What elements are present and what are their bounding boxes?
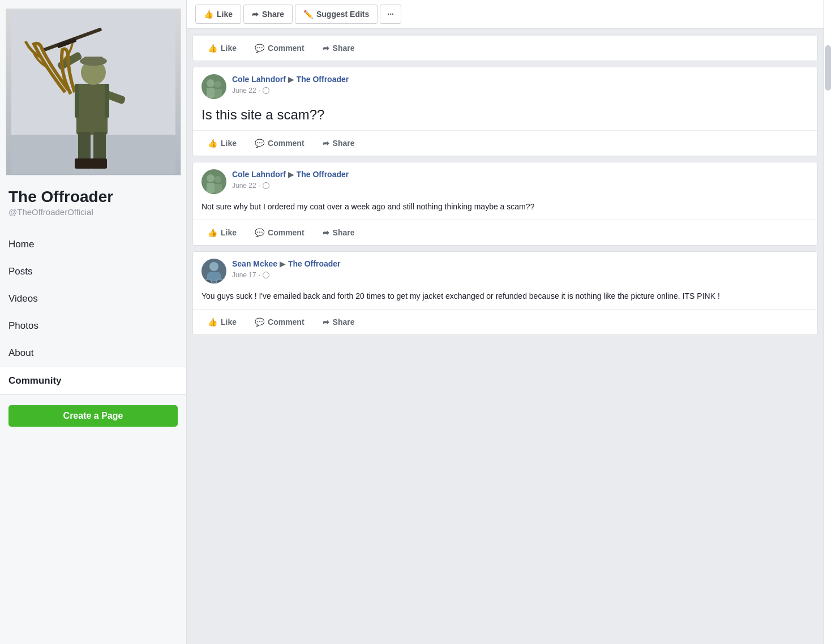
sidebar-nav: Home Posts Videos Photos About Community <box>0 231 186 395</box>
svg-rect-6 <box>84 57 103 63</box>
main-content: 👍 Like ➦ Share ✏️ Suggest Edits ··· 👍 Li… <box>187 0 824 644</box>
post-header-1: Cole Lahndorf ▶ The Offroader June 22 · <box>193 67 817 104</box>
comment-label: Comment <box>268 139 305 148</box>
share-label: Share <box>333 44 355 53</box>
sidebar-item-posts[interactable]: Posts <box>0 258 186 285</box>
share-label: Share <box>262 10 284 19</box>
comment-button-3[interactable]: 💬 Comment <box>246 313 314 331</box>
svg-rect-13 <box>75 158 92 169</box>
like-label: Like <box>221 228 237 237</box>
svg-point-30 <box>205 279 212 284</box>
comment-label: Comment <box>268 228 305 237</box>
scrollbar-area <box>824 0 832 644</box>
share-button-3[interactable]: ➦ Share <box>314 313 364 331</box>
post-header-3: Sean Mckee ▶ The Offroader June 17 · <box>193 252 817 288</box>
post-card-3: Sean Mckee ▶ The Offroader June 17 · You… <box>192 251 818 335</box>
scrollbar-thumb[interactable] <box>825 45 831 91</box>
like-label: Like <box>221 44 237 53</box>
svg-rect-15 <box>75 84 79 118</box>
svg-rect-12 <box>93 132 106 163</box>
action-bar: 👍 Like ➦ Share ✏️ Suggest Edits ··· <box>187 0 824 29</box>
arrow-icon-1: ▶ <box>288 75 297 84</box>
share-button[interactable]: ➦ Share <box>314 39 364 57</box>
svg-rect-26 <box>215 184 222 193</box>
thumbs-up-icon: 👍 <box>204 10 213 19</box>
comment-button[interactable]: 💬 Comment <box>246 39 314 57</box>
post-card-1: Cole Lahndorf ▶ The Offroader June 22 · … <box>192 67 818 156</box>
svg-point-20 <box>215 81 221 88</box>
page-name: The Offroader <box>0 181 122 207</box>
create-page-button[interactable]: Create a Page <box>8 405 178 427</box>
post-author-1[interactable]: Cole Lahndorf <box>232 75 286 84</box>
share-label: Share <box>333 317 355 327</box>
like-button-2[interactable]: 👍 Like <box>199 224 246 242</box>
page-handle: @TheOffroaderOfficial <box>0 207 102 228</box>
svg-point-31 <box>216 279 223 284</box>
post-page-2[interactable]: The Offroader <box>297 170 349 179</box>
svg-rect-24 <box>207 183 215 193</box>
share-button-2[interactable]: ➦ Share <box>314 224 364 242</box>
svg-rect-16 <box>105 84 109 118</box>
sidebar-item-home[interactable]: Home <box>0 231 186 258</box>
share-icon: ➦ <box>323 317 329 327</box>
sidebar-item-photos[interactable]: Photos <box>0 312 186 340</box>
page-cover-photo <box>6 8 181 175</box>
like-button-1[interactable]: 👍 Like <box>199 134 246 152</box>
post-body-2: Not sure why but I ordered my coat over … <box>193 199 817 220</box>
avatar-3 <box>201 259 226 284</box>
post-header-2: Cole Lahndorf ▶ The Offroader June 22 · <box>193 162 817 199</box>
like-icon: 👍 <box>208 228 217 237</box>
post-meta-3: Sean Mckee ▶ The Offroader June 17 · <box>232 259 341 279</box>
pencil-icon: ✏️ <box>303 10 313 19</box>
sidebar-item-community[interactable]: Community <box>0 367 186 395</box>
more-icon: ··· <box>387 10 394 19</box>
like-icon: 👍 <box>208 139 217 148</box>
suggest-edits-button[interactable]: ✏️ Suggest Edits <box>295 5 378 24</box>
post-meta-1: Cole Lahndorf ▶ The Offroader June 22 · <box>232 74 349 95</box>
post-body-1: Is this site a scam?? <box>193 104 817 130</box>
like-button[interactable]: 👍 Like <box>199 39 246 57</box>
svg-rect-3 <box>76 84 108 135</box>
comment-button-1[interactable]: 💬 Comment <box>246 134 314 152</box>
sidebar-item-videos[interactable]: Videos <box>0 285 186 312</box>
post-author-2[interactable]: Cole Lahndorf <box>232 170 286 179</box>
globe-icon-1 <box>263 87 269 94</box>
arrow-icon-3: ▶ <box>280 259 288 268</box>
post-action-only: 👍 Like 💬 Comment ➦ Share <box>192 35 818 61</box>
svg-point-25 <box>215 176 221 183</box>
post-author-line-2: Cole Lahndorf ▶ The Offroader <box>232 169 349 181</box>
like-icon: 👍 <box>208 44 217 53</box>
arrow-icon-2: ▶ <box>288 170 297 179</box>
like-page-button[interactable]: 👍 Like <box>195 5 241 24</box>
more-options-button[interactable]: ··· <box>380 5 401 24</box>
like-icon: 👍 <box>208 317 217 327</box>
globe-icon-3 <box>263 272 269 278</box>
sidebar-item-about[interactable]: About <box>0 340 186 367</box>
share-button-1[interactable]: ➦ Share <box>314 134 364 152</box>
post-meta-2: Cole Lahndorf ▶ The Offroader June 22 · <box>232 169 349 190</box>
comment-button-2[interactable]: 💬 Comment <box>246 224 314 242</box>
share-icon: ➦ <box>323 228 329 237</box>
svg-rect-21 <box>215 89 222 98</box>
svg-point-18 <box>207 79 215 87</box>
avatar-2 <box>201 169 226 194</box>
globe-icon-2 <box>263 182 269 189</box>
post-date-2: June 22 · <box>232 182 349 190</box>
share-label: Share <box>333 139 355 148</box>
date-text-3: June 17 <box>232 271 256 279</box>
post-author-line-1: Cole Lahndorf ▶ The Offroader <box>232 74 349 85</box>
sidebar: The Offroader @TheOffroaderOfficial Home… <box>0 0 187 644</box>
post-page-3[interactable]: The Offroader <box>288 259 341 268</box>
share-icon: ➦ <box>323 44 329 53</box>
post-date-3: June 17 · <box>232 271 341 279</box>
comment-icon: 💬 <box>255 317 264 327</box>
post-card-2: Cole Lahndorf ▶ The Offroader June 22 · … <box>192 162 818 246</box>
post-date-1: June 22 · <box>232 87 349 95</box>
like-button-3[interactable]: 👍 Like <box>199 313 246 331</box>
post-page-1[interactable]: The Offroader <box>297 75 349 84</box>
like-label: Like <box>217 10 233 19</box>
share-label: Share <box>333 228 355 237</box>
share-page-button[interactable]: ➦ Share <box>243 5 293 24</box>
post-author-3[interactable]: Sean Mckee <box>232 259 277 268</box>
comment-icon: 💬 <box>255 139 264 148</box>
